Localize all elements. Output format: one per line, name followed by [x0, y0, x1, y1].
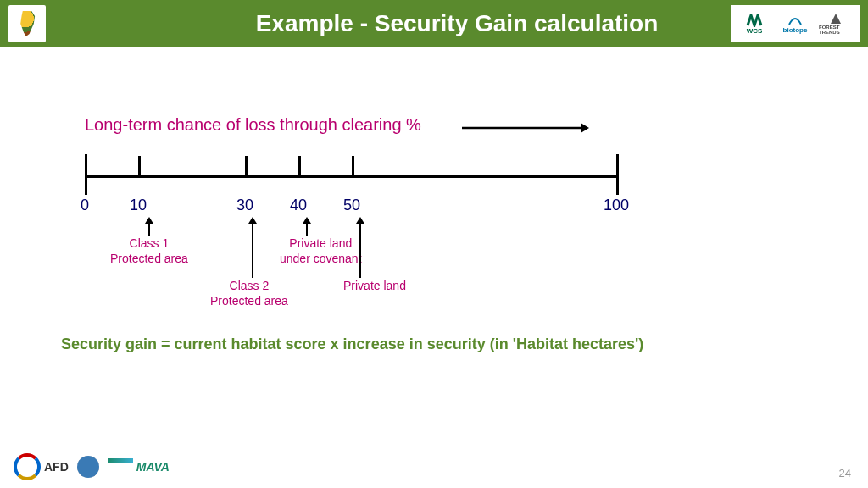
tick-label: 30: [236, 197, 253, 214]
page-number: 24: [839, 467, 851, 480]
biotope-logo: biotope: [778, 10, 812, 37]
globe-icon: [77, 456, 99, 478]
svg-marker-7: [303, 217, 311, 224]
arrow-up-icon: [244, 217, 261, 278]
arrow-up-icon: [352, 217, 369, 278]
ring-icon: [14, 453, 41, 480]
marker-private: Private land: [343, 217, 406, 293]
axis-title: Long-term chance of loss through clearin…: [85, 115, 421, 135]
svg-marker-9: [356, 217, 364, 224]
formula-text: Security gain = current habitat score x …: [61, 336, 643, 353]
svg-marker-3: [145, 217, 153, 224]
marker-class1: Class 1 Protected area: [110, 217, 188, 266]
svg-marker-5: [248, 217, 257, 224]
arc-icon: [108, 458, 133, 476]
axis-line: [85, 175, 619, 178]
forest-trends-logo: FOREST TRENDS: [819, 10, 853, 37]
africa-icon: [16, 11, 38, 36]
tick: [245, 156, 248, 175]
tick-label: 100: [604, 197, 629, 214]
tick: [352, 156, 354, 175]
tick-start: [85, 154, 87, 195]
combo-logo: [8, 5, 46, 42]
arrow-right-icon: [462, 119, 589, 136]
header-bar: Example - Security Gain calculation WCS …: [0, 0, 868, 47]
tick-label: 0: [81, 197, 89, 214]
svg-marker-1: [581, 123, 589, 133]
wcs-logo: WCS: [737, 10, 771, 37]
slide-content: Long-term chance of loss through clearin…: [0, 47, 868, 488]
mava-logo: MAVA: [108, 454, 170, 480]
tick: [138, 156, 141, 175]
tick-label: 50: [343, 197, 360, 214]
slide-title: Example - Security Gain calculation: [256, 10, 659, 37]
ffem-logo: [77, 454, 99, 480]
number-line: 0 10 30 40 50 100: [85, 149, 619, 200]
tick: [298, 156, 301, 175]
arrow-up-icon: [298, 217, 315, 236]
partner-logos: WCS biotope FOREST TRENDS: [731, 5, 860, 42]
tick-label: 10: [130, 197, 147, 214]
tick-label: 40: [290, 197, 307, 214]
arrow-up-icon: [141, 217, 158, 236]
afd-logo: AFD: [14, 454, 69, 480]
tick-end: [616, 154, 619, 195]
footer-logos: AFD MAVA: [14, 454, 170, 480]
marker-class2: Class 2 Protected area: [210, 217, 288, 308]
